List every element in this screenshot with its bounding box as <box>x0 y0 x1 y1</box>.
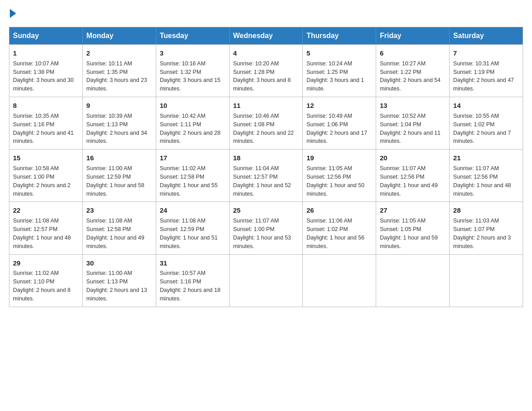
day-info: Sunrise: 11:00 AMSunset: 12:59 PMDayligh… <box>86 165 144 197</box>
day-number: 27 <box>380 206 446 215</box>
calendar-cell: 28Sunrise: 11:03 AMSunset: 1:07 PMDaylig… <box>450 202 523 254</box>
week-row-3: 15Sunrise: 10:58 AMSunset: 1:00 PMDaylig… <box>9 150 523 202</box>
day-info: Sunrise: 11:08 AMSunset: 12:58 PMDayligh… <box>86 218 144 249</box>
calendar-cell: 24Sunrise: 11:08 AMSunset: 12:59 PMDayli… <box>156 202 229 254</box>
calendar-cell: 18Sunrise: 11:04 AMSunset: 12:57 PMDayli… <box>229 150 303 202</box>
day-number: 19 <box>306 153 372 163</box>
day-number: 3 <box>160 48 226 58</box>
week-row-4: 22Sunrise: 11:08 AMSunset: 12:57 PMDayli… <box>9 202 523 254</box>
calendar-cell: 25Sunrise: 11:07 AMSunset: 1:00 PMDaylig… <box>229 202 303 254</box>
day-of-week-tuesday: Tuesday <box>156 27 229 45</box>
day-info: Sunrise: 11:03 AMSunset: 1:07 PMDaylight… <box>453 218 511 249</box>
page-header: Blue <box>9 9 523 18</box>
logo-triangle-icon <box>10 9 16 18</box>
day-info: Sunrise: 10:31 AMSunset: 1:19 PMDaylight… <box>453 60 514 92</box>
calendar-cell: 6Sunrise: 10:27 AMSunset: 1:22 PMDayligh… <box>376 45 450 97</box>
day-number: 10 <box>160 101 226 111</box>
day-info: Sunrise: 10:35 AMSunset: 1:16 PMDaylight… <box>13 113 74 145</box>
day-number: 5 <box>306 48 372 58</box>
day-info: Sunrise: 11:07 AMSunset: 1:00 PMDaylight… <box>233 218 291 249</box>
day-number: 13 <box>380 101 446 111</box>
day-info: Sunrise: 10:57 AMSunset: 1:16 PMDaylight… <box>160 270 221 302</box>
day-number: 11 <box>233 101 299 111</box>
day-of-week-friday: Friday <box>376 27 450 45</box>
day-info: Sunrise: 11:08 AMSunset: 12:57 PMDayligh… <box>13 218 71 249</box>
day-info: Sunrise: 11:05 AMSunset: 12:56 PMDayligh… <box>306 165 364 197</box>
calendar-cell: 23Sunrise: 11:08 AMSunset: 12:58 PMDayli… <box>82 202 156 254</box>
calendar-cell: 21Sunrise: 11:07 AMSunset: 12:56 PMDayli… <box>450 150 523 202</box>
day-info: Sunrise: 10:11 AMSunset: 1:35 PMDaylight… <box>86 60 147 92</box>
logo: Blue <box>9 9 17 18</box>
day-info: Sunrise: 11:05 AMSunset: 1:05 PMDaylight… <box>380 218 438 249</box>
calendar-table: SundayMondayTuesdayWednesdayThursdayFrid… <box>9 27 523 307</box>
calendar-cell: 12Sunrise: 10:49 AMSunset: 1:06 PMDaylig… <box>303 97 376 150</box>
day-number: 4 <box>233 48 299 58</box>
day-info: Sunrise: 10:24 AMSunset: 1:25 PMDaylight… <box>306 60 364 92</box>
day-info: Sunrise: 11:07 AMSunset: 12:56 PMDayligh… <box>453 165 511 197</box>
day-number: 31 <box>160 258 226 268</box>
day-number: 1 <box>13 48 79 58</box>
day-number: 23 <box>86 206 152 215</box>
calendar-cell: 19Sunrise: 11:05 AMSunset: 12:56 PMDayli… <box>303 150 376 202</box>
day-info: Sunrise: 10:07 AMSunset: 1:38 PMDaylight… <box>13 60 74 92</box>
day-number: 7 <box>453 48 519 58</box>
day-number: 26 <box>306 206 372 215</box>
calendar-cell: 1Sunrise: 10:07 AMSunset: 1:38 PMDayligh… <box>9 45 83 97</box>
day-number: 30 <box>86 258 152 268</box>
day-info: Sunrise: 10:55 AMSunset: 1:02 PMDaylight… <box>453 113 511 145</box>
week-row-2: 8Sunrise: 10:35 AMSunset: 1:16 PMDayligh… <box>9 97 523 150</box>
calendar-cell: 3Sunrise: 10:16 AMSunset: 1:32 PMDayligh… <box>156 45 229 97</box>
calendar-header: SundayMondayTuesdayWednesdayThursdayFrid… <box>9 27 523 45</box>
day-info: Sunrise: 10:49 AMSunset: 1:06 PMDaylight… <box>306 113 367 145</box>
calendar-cell: 15Sunrise: 10:58 AMSunset: 1:00 PMDaylig… <box>9 150 83 202</box>
day-info: Sunrise: 11:02 AMSunset: 1:10 PMDaylight… <box>13 270 71 302</box>
day-number: 6 <box>380 48 446 58</box>
day-info: Sunrise: 11:04 AMSunset: 12:57 PMDayligh… <box>233 165 291 197</box>
calendar-cell: 30Sunrise: 11:00 AMSunset: 1:13 PMDaylig… <box>82 254 156 307</box>
calendar-cell: 20Sunrise: 11:07 AMSunset: 12:56 PMDayli… <box>376 150 450 202</box>
day-info: Sunrise: 10:58 AMSunset: 1:00 PMDaylight… <box>13 165 71 197</box>
day-info: Sunrise: 11:02 AMSunset: 12:58 PMDayligh… <box>160 165 218 197</box>
calendar-cell: 5Sunrise: 10:24 AMSunset: 1:25 PMDayligh… <box>303 45 376 97</box>
day-of-week-saturday: Saturday <box>450 27 523 45</box>
day-info: Sunrise: 11:07 AMSunset: 12:56 PMDayligh… <box>380 165 438 197</box>
day-info: Sunrise: 11:06 AMSunset: 1:02 PMDaylight… <box>306 218 364 249</box>
calendar-cell: 8Sunrise: 10:35 AMSunset: 1:16 PMDayligh… <box>9 97 83 150</box>
day-number: 28 <box>453 206 519 215</box>
days-of-week-row: SundayMondayTuesdayWednesdayThursdayFrid… <box>9 27 523 45</box>
day-info: Sunrise: 11:08 AMSunset: 12:59 PMDayligh… <box>160 218 218 249</box>
day-info: Sunrise: 11:00 AMSunset: 1:13 PMDaylight… <box>86 270 147 302</box>
calendar-cell: 27Sunrise: 11:05 AMSunset: 1:05 PMDaylig… <box>376 202 450 254</box>
day-number: 22 <box>13 206 79 215</box>
calendar-cell <box>376 254 450 307</box>
calendar-cell <box>450 254 523 307</box>
day-info: Sunrise: 10:39 AMSunset: 1:13 PMDaylight… <box>86 113 147 145</box>
day-number: 8 <box>13 101 79 111</box>
calendar-cell: 13Sunrise: 10:52 AMSunset: 1:04 PMDaylig… <box>376 97 450 150</box>
week-row-5: 29Sunrise: 11:02 AMSunset: 1:10 PMDaylig… <box>9 254 523 307</box>
calendar-cell <box>303 254 376 307</box>
day-info: Sunrise: 10:42 AMSunset: 1:11 PMDaylight… <box>160 113 221 145</box>
day-number: 17 <box>160 153 226 163</box>
day-number: 2 <box>86 48 152 58</box>
day-info: Sunrise: 10:20 AMSunset: 1:28 PMDaylight… <box>233 60 291 92</box>
day-number: 29 <box>13 258 79 268</box>
day-number: 16 <box>86 153 152 163</box>
calendar-cell: 17Sunrise: 11:02 AMSunset: 12:58 PMDayli… <box>156 150 229 202</box>
day-info: Sunrise: 10:52 AMSunset: 1:04 PMDaylight… <box>380 113 441 145</box>
calendar-cell: 9Sunrise: 10:39 AMSunset: 1:13 PMDayligh… <box>82 97 156 150</box>
day-info: Sunrise: 10:46 AMSunset: 1:08 PMDaylight… <box>233 113 294 145</box>
day-number: 25 <box>233 206 299 215</box>
day-number: 14 <box>453 101 519 111</box>
day-number: 12 <box>306 101 372 111</box>
calendar-cell <box>229 254 303 307</box>
calendar-cell: 14Sunrise: 10:55 AMSunset: 1:02 PMDaylig… <box>450 97 523 150</box>
calendar-cell: 11Sunrise: 10:46 AMSunset: 1:08 PMDaylig… <box>229 97 303 150</box>
day-number: 18 <box>233 153 299 163</box>
day-number: 24 <box>160 206 226 215</box>
calendar-cell: 10Sunrise: 10:42 AMSunset: 1:11 PMDaylig… <box>156 97 229 150</box>
day-number: 9 <box>86 101 152 111</box>
day-of-week-sunday: Sunday <box>9 27 83 45</box>
day-of-week-wednesday: Wednesday <box>229 27 303 45</box>
calendar-cell: 31Sunrise: 10:57 AMSunset: 1:16 PMDaylig… <box>156 254 229 307</box>
